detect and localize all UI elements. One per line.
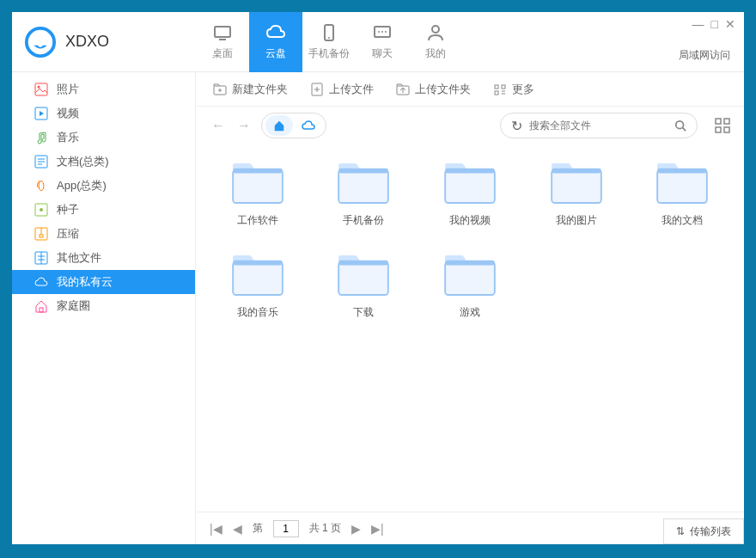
sidebar-item-label: App(总类) <box>57 178 107 193</box>
sidebar-item-cloud[interactable]: 我的私有云 <box>12 270 195 294</box>
close-button[interactable]: ✕ <box>725 17 735 31</box>
sidebar-item-doc[interactable]: 文档(总类) <box>12 150 195 174</box>
svg-rect-44 <box>716 127 721 132</box>
folder-item[interactable]: 手机备份 <box>311 162 418 228</box>
pager: |◀ ◀ 第 共 1 页 ▶ ▶| 8项/总8项 <box>196 512 744 544</box>
sidebar-item-label: 家庭圈 <box>57 298 90 314</box>
upload-file-label: 上传文件 <box>329 82 374 97</box>
new-folder-label: 新建文件夹 <box>232 82 288 97</box>
tab-label: 聊天 <box>372 46 393 61</box>
video-icon <box>34 107 48 120</box>
search-bar: ↻ <box>500 113 698 138</box>
folder-label: 工作软件 <box>237 213 278 228</box>
nav-back-button[interactable]: ← <box>210 118 227 133</box>
svg-rect-49 <box>339 169 389 174</box>
tab-icon <box>372 22 393 43</box>
breadcrumb <box>261 113 326 138</box>
folder-label: 我的文档 <box>662 213 703 228</box>
sidebar-item-label: 照片 <box>57 82 79 97</box>
nav-row: ← → ↻ <box>196 107 744 144</box>
sidebar-item-label: 其他文件 <box>57 250 101 266</box>
tab-云盘[interactable]: 云盘 <box>249 12 302 72</box>
folder-item[interactable]: 我的音乐 <box>204 254 311 320</box>
folder-icon <box>231 254 284 297</box>
folder-item[interactable]: 我的文档 <box>629 162 735 228</box>
folder-item[interactable]: 工作软件 <box>204 162 311 228</box>
tab-我的[interactable]: 我的 <box>409 12 462 72</box>
svg-rect-27 <box>40 308 43 312</box>
tab-label: 云盘 <box>265 46 286 61</box>
sidebar-item-zip[interactable]: 压缩 <box>12 222 195 246</box>
search-input[interactable] <box>529 120 668 132</box>
maximize-button[interactable]: □ <box>711 17 718 31</box>
sidebar-item-home[interactable]: 家庭圈 <box>12 294 195 318</box>
pager-prefix: 第 <box>253 521 263 536</box>
breadcrumb-home[interactable] <box>265 115 293 136</box>
cloud-icon <box>34 275 48 289</box>
tab-icon <box>265 22 286 43</box>
folder-item[interactable]: 下载 <box>311 254 418 320</box>
upload-file-button[interactable]: 上传文件 <box>310 82 374 97</box>
sidebar-item-label: 我的私有云 <box>57 274 113 290</box>
transfer-icon: ⇅ <box>676 525 685 537</box>
tab-手机备份[interactable]: 手机备份 <box>302 12 356 72</box>
more-icon <box>493 83 507 96</box>
svg-rect-35 <box>495 85 498 89</box>
svg-point-8 <box>381 31 383 33</box>
tab-聊天[interactable]: 聊天 <box>356 12 409 72</box>
minimize-button[interactable]: — <box>692 17 704 31</box>
app-window: XDXO 桌面云盘手机备份聊天我的 — □ ✕ 局域网访问 照片视频音乐文档(总… <box>12 12 744 544</box>
svg-rect-36 <box>502 85 505 89</box>
nav-forward-button[interactable]: → <box>235 118 253 133</box>
svg-rect-52 <box>552 170 601 203</box>
app-title: XDXO <box>65 33 109 51</box>
refresh-button[interactable]: ↻ <box>511 118 522 134</box>
svg-rect-42 <box>716 119 721 124</box>
folder-item[interactable]: 我的图片 <box>523 162 630 228</box>
lan-access-link[interactable]: 局域网访问 <box>679 48 730 63</box>
folder-icon <box>443 254 497 297</box>
pager-next-button[interactable]: ▶ <box>351 522 361 536</box>
folder-item[interactable]: 我的视频 <box>417 162 523 228</box>
sidebar-item-photo[interactable]: 照片 <box>12 77 195 101</box>
more-button[interactable]: 更多 <box>493 82 534 97</box>
svg-rect-2 <box>215 27 230 37</box>
sidebar-item-other[interactable]: 其他文件 <box>12 246 195 270</box>
sidebar-item-video[interactable]: 视频 <box>12 101 195 126</box>
folder-item[interactable]: 游戏 <box>417 254 523 320</box>
more-label: 更多 <box>512 82 534 97</box>
sidebar: 照片视频音乐文档(总类)App(总类)种子压缩其他文件我的私有云家庭圈 <box>12 72 196 544</box>
svg-rect-55 <box>657 169 707 174</box>
svg-rect-22 <box>40 235 43 237</box>
svg-rect-47 <box>233 169 283 174</box>
window-controls: — □ ✕ <box>692 17 735 31</box>
svg-rect-61 <box>445 261 495 266</box>
upload-folder-icon <box>396 83 410 96</box>
folder-icon <box>443 162 497 205</box>
pager-page-input[interactable] <box>273 520 299 537</box>
tab-桌面[interactable]: 桌面 <box>196 12 249 72</box>
pager-prev-button[interactable]: ◀ <box>233 522 242 536</box>
sidebar-item-seed[interactable]: 种子 <box>12 198 195 222</box>
svg-point-5 <box>328 37 330 39</box>
pager-total-text: 共 1 页 <box>309 521 341 536</box>
search-icon[interactable] <box>674 120 686 132</box>
pager-first-button[interactable]: |◀ <box>210 522 223 536</box>
pager-last-button[interactable]: ▶| <box>371 522 384 536</box>
toolbar: 新建文件夹 上传文件 上传文件夹 更多 <box>196 72 744 107</box>
folder-label: 我的图片 <box>556 213 597 228</box>
svg-rect-58 <box>339 262 389 295</box>
transfer-list-button[interactable]: ⇅ 传输列表 <box>663 518 744 544</box>
sidebar-item-label: 文档(总类) <box>57 154 109 169</box>
sidebar-item-music[interactable]: 音乐 <box>12 126 195 150</box>
folder-label: 我的视频 <box>449 213 491 228</box>
tab-label: 手机备份 <box>308 46 350 61</box>
new-folder-button[interactable]: 新建文件夹 <box>213 82 288 97</box>
sidebar-item-app[interactable]: App(总类) <box>12 174 195 198</box>
breadcrumb-cloud[interactable] <box>295 115 322 136</box>
tab-icon <box>212 22 233 43</box>
doc-icon <box>34 155 48 169</box>
svg-point-7 <box>378 31 380 33</box>
upload-folder-button[interactable]: 上传文件夹 <box>396 82 471 97</box>
view-grid-button[interactable] <box>715 118 730 133</box>
